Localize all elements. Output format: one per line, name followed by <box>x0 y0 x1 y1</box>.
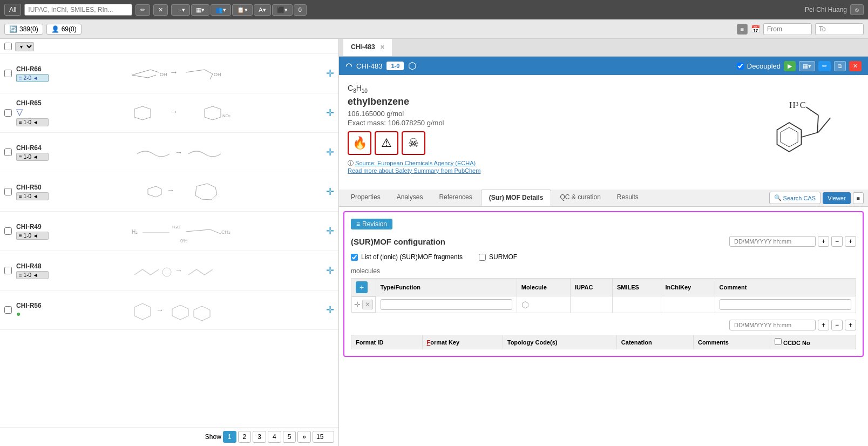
type-function-header: Type/Function <box>376 279 517 296</box>
move-handle[interactable]: ✛ <box>326 304 334 316</box>
page-4-btn[interactable]: 4 <box>268 431 281 443</box>
reaction-info: CHI-R65 ▽ ≡ 1-0 ◄ <box>16 99 49 126</box>
bottom-date-remove-btn[interactable]: − <box>831 320 843 330</box>
config-date-input[interactable] <box>729 236 816 247</box>
user-name[interactable]: Pei-Chi Huang <box>805 6 847 13</box>
reaction-tag[interactable]: ≡ 1-0 ◄ <box>16 192 49 200</box>
move-handle[interactable]: ✛ <box>326 146 334 158</box>
row-drag-handle[interactable]: ✛ <box>354 300 361 309</box>
date-expand-btn[interactable]: + <box>845 236 856 247</box>
search-input[interactable] <box>24 4 132 16</box>
date-remove-btn[interactable]: − <box>831 236 843 247</box>
reaction-id[interactable]: CHI-R49 <box>16 223 49 231</box>
format-key-link[interactable]: F <box>427 339 431 346</box>
reaction-checkbox[interactable] <box>4 306 12 314</box>
reaction-tag[interactable]: ≡ 1-0 ◄ <box>16 232 49 240</box>
reaction-info: CHI-R64 ≡ 1-0 ◄ <box>16 144 49 161</box>
mol-details: C8H10 ethylbenzene 106.165000 g/mol Exac… <box>348 84 708 181</box>
all-dropdown-btn[interactable]: All <box>4 4 21 16</box>
tab-properties[interactable]: Properties <box>343 190 388 206</box>
move-handle[interactable]: ✛ <box>326 265 334 276</box>
reaction-id[interactable]: CHI-R56 <box>16 302 49 309</box>
reaction-checkbox[interactable] <box>4 109 12 117</box>
search-cas-btn[interactable]: 🔍 Search CAS <box>769 192 821 204</box>
tab-close-icon[interactable]: ✕ <box>380 44 384 50</box>
svg-text:NO₂: NO₂ <box>222 113 230 118</box>
logout-btn[interactable]: ⎋ <box>850 4 864 15</box>
reaction-checkbox[interactable] <box>4 148 12 156</box>
molecule-structure-icon[interactable]: ⬡ <box>521 300 529 309</box>
move-handle[interactable]: ✛ <box>326 107 334 119</box>
pubchem-link[interactable]: Read more about Safety Summary from PubC… <box>348 167 480 174</box>
bottom-date-expand-btn[interactable]: + <box>845 320 856 330</box>
show-count-input[interactable] <box>313 431 334 443</box>
letter-btn[interactable]: A▾ <box>254 4 270 16</box>
chip-btn[interactable]: ⬛▾ <box>272 4 293 16</box>
tab-chi-483[interactable]: CHI-483 ✕ <box>343 39 392 56</box>
reaction-tag[interactable]: ≡ 1-0 ◄ <box>16 271 49 279</box>
clear-btn[interactable]: ✕ <box>153 4 168 16</box>
bottom-date-add-btn[interactable]: + <box>818 320 829 330</box>
hexagon-icon[interactable]: ⬡ <box>408 60 417 72</box>
reaction-tag[interactable]: ≡ 1-0 ◄ <box>16 153 49 161</box>
from-date-input[interactable] <box>763 23 812 35</box>
page-1-btn[interactable]: 1 <box>223 431 236 443</box>
doc-btn[interactable]: 📋▾ <box>232 4 253 16</box>
zero-btn[interactable]: 0 <box>294 4 307 16</box>
copy-btn[interactable]: ⧉ <box>834 61 846 71</box>
row-delete-btn[interactable]: ✕ <box>362 300 373 309</box>
svg-marker-12 <box>205 106 221 120</box>
tab-analyses[interactable]: Analyses <box>389 190 431 206</box>
type-function-input[interactable] <box>381 299 512 310</box>
delete-btn[interactable]: ✕ <box>849 61 862 71</box>
version-badge[interactable]: 1-0 <box>386 62 404 70</box>
move-handle[interactable]: ✛ <box>326 186 334 198</box>
move-handle[interactable]: ✛ <box>326 67 334 79</box>
send-btn[interactable]: ▶ <box>784 61 796 71</box>
echa-link[interactable]: Source: European Chemicals Agency (ECHA) <box>355 160 476 166</box>
page-next-btn[interactable]: » <box>297 431 311 443</box>
ionic-fragments-label[interactable]: List of (ionic) (SUR)MOF fragments <box>351 253 463 261</box>
reaction-id[interactable]: CHI-R48 <box>16 262 49 270</box>
ccdc-checkbox[interactable] <box>775 338 782 345</box>
tab-results[interactable]: Results <box>609 190 646 206</box>
tab-references[interactable]: References <box>431 190 479 206</box>
grid-btn[interactable]: ▦▾ <box>191 4 209 16</box>
users-btn[interactable]: 👥▾ <box>211 4 231 16</box>
page-2-btn[interactable]: 2 <box>238 431 252 443</box>
revision-tag[interactable]: ≡ Revision <box>351 219 392 229</box>
page-5-btn[interactable]: 5 <box>283 431 296 443</box>
date-add-btn[interactable]: + <box>818 236 829 247</box>
reaction-checkbox[interactable] <box>4 267 12 274</box>
bottom-date-input[interactable] <box>729 320 816 330</box>
reaction-tag[interactable]: ≡ 1-0 ◄ <box>16 118 49 126</box>
comment-input[interactable] <box>720 299 851 310</box>
sort-select[interactable]: ▾ <box>15 42 34 51</box>
decoupled-checkbox[interactable] <box>737 63 744 70</box>
move-handle[interactable]: ✛ <box>326 225 334 237</box>
pencil-btn[interactable]: ✏ <box>135 4 150 16</box>
select-all-checkbox[interactable] <box>4 43 12 50</box>
tab-qc[interactable]: QC & curation <box>552 190 608 206</box>
filter-btn[interactable]: ≡ <box>737 24 748 35</box>
reaction-checkbox[interactable] <box>4 227 12 235</box>
tab-surmof[interactable]: (Sur) MOF Details <box>481 190 552 206</box>
reaction-id[interactable]: CHI-R66 <box>16 65 49 73</box>
more-options-btn[interactable]: ≡ <box>853 192 864 204</box>
barcode-btn[interactable]: ▦▾ <box>799 61 815 71</box>
reaction-tag[interactable]: ≡ 2-0 ◄ <box>16 74 49 82</box>
reaction-id[interactable]: CHI-R64 <box>16 144 49 152</box>
reaction-id[interactable]: CHI-R65 <box>16 99 49 107</box>
reaction-id[interactable]: CHI-R50 <box>16 184 49 191</box>
viewer-btn[interactable]: Viewer <box>823 192 850 204</box>
surmof-label[interactable]: SURMOF <box>479 253 517 261</box>
reaction-checkbox[interactable] <box>4 188 12 195</box>
arrow-btn[interactable]: →▾ <box>171 4 190 16</box>
to-date-input[interactable] <box>815 23 864 35</box>
reaction-checkbox[interactable] <box>4 70 12 77</box>
surmof-checkbox[interactable] <box>479 254 486 261</box>
ionic-fragments-checkbox[interactable] <box>351 254 358 261</box>
add-molecule-btn[interactable]: + <box>356 281 368 293</box>
edit-btn[interactable]: ✏ <box>818 61 831 71</box>
page-3-btn[interactable]: 3 <box>253 431 266 443</box>
